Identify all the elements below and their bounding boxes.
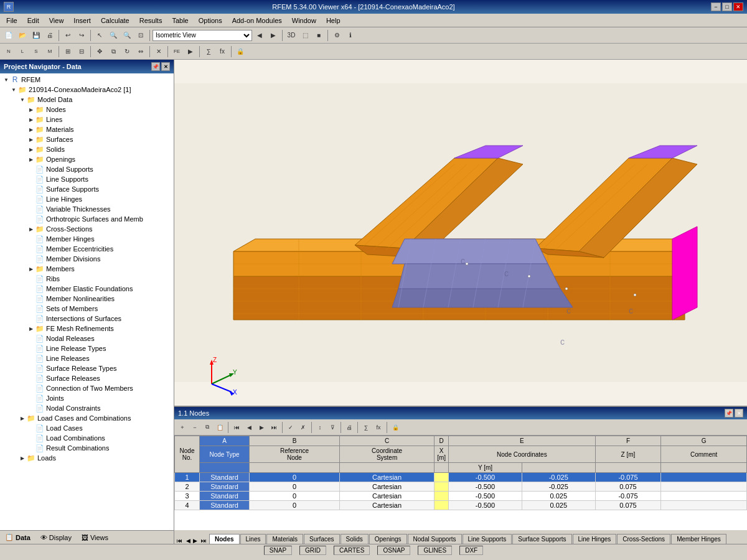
bp-tb-filter[interactable]: ⊽ [327, 422, 338, 433]
tb-wire[interactable]: ⬚ [299, 29, 311, 42]
tree-project[interactable]: ▼ 📁 210914-ConexaoMadeiraAco2 [1] [1, 85, 172, 95]
tree-materials[interactable]: ▶ 📁 Materials [1, 124, 172, 134]
tb2-rotate[interactable]: ↻ [121, 45, 133, 58]
tree-member-eccentricities[interactable]: ▶ 📄 Member Eccentricities [1, 244, 172, 254]
table-row[interactable]: 4 Standard 0 Cartesian -0.500 0.025 0.07… [175, 501, 747, 510]
btab-member-hinges[interactable]: Member Hinges [671, 534, 726, 544]
btab-cross-sections[interactable]: Cross-Sections [617, 534, 670, 544]
tree-ribs[interactable]: ▶ 📄 Ribs [1, 274, 172, 284]
tb2-calc[interactable]: ▶ [184, 45, 197, 58]
tree-member-nonlin[interactable]: ▶ 📄 Member Nonlinearities [1, 294, 172, 304]
menu-item-help[interactable]: Help [321, 16, 345, 26]
panel-close-btn[interactable]: ✕ [161, 62, 170, 71]
tb2-move[interactable]: ✥ [93, 45, 106, 58]
tree-load-cases-section[interactable]: ▶ 📁 Load Cases and Combinations [1, 413, 172, 423]
tree-orthotropic[interactable]: ▶ 📄 Orthotropic Surfaces and Memb [1, 214, 172, 224]
panel-pin-btn[interactable]: 📌 [151, 62, 160, 71]
menu-item-calculate[interactable]: Calculate [96, 16, 134, 26]
btab-materials[interactable]: Materials [266, 534, 303, 544]
menu-item-options[interactable]: Options [194, 16, 227, 26]
tree-line-hinges[interactable]: ▶ 📄 Line Hinges [1, 194, 172, 204]
tb-fit[interactable]: ⊡ [134, 29, 147, 42]
bp-tb-formula2[interactable]: ∑ [360, 422, 372, 433]
tb2-deselect[interactable]: ⊟ [75, 45, 88, 58]
tb-save[interactable]: 💾 [30, 29, 42, 42]
tb-new[interactable]: 📄 [2, 29, 15, 42]
menu-item-view[interactable]: View [44, 16, 69, 26]
bp-tb-cancel2[interactable]: ✗ [298, 422, 309, 433]
tb-render[interactable]: ■ [312, 29, 325, 42]
tree-surface-release-types[interactable]: ▶ 📄 Surface Release Types [1, 363, 172, 373]
tb2-copy[interactable]: ⧉ [107, 45, 120, 58]
tree-openings[interactable]: ▶ 📁 Openings [1, 154, 172, 164]
tb-nav-left[interactable]: ◀ [253, 29, 266, 42]
menu-item-window[interactable]: Window [287, 16, 321, 26]
bp-pin-btn[interactable]: 📌 [725, 409, 733, 418]
menu-item-insert[interactable]: Insert [68, 16, 96, 26]
btab-line-supports[interactable]: Line Supports [463, 534, 512, 544]
tb2-members[interactable]: M [44, 45, 56, 58]
tb-zoom-in[interactable]: 🔍 [107, 29, 120, 42]
bp-tb-print2[interactable]: 🖨 [344, 422, 355, 433]
viewport[interactable]: c c c c c Z [174, 60, 747, 407]
tree-variable-thicknesses[interactable]: ▶ 📄 Variable Thicknesses [1, 204, 172, 214]
bp-tb-new-row[interactable]: + [177, 422, 188, 433]
tree-members[interactable]: ▶ 📁 Members [1, 264, 172, 274]
tb2-mirror[interactable]: ⇔ [134, 45, 147, 58]
bp-nav-first[interactable]: ⏮ [174, 538, 185, 544]
table-row[interactable]: 3 Standard 0 Cartesian -0.500 0.025 -0.0… [175, 492, 747, 501]
tree-connection-two-members[interactable]: ▶ 📄 Connection of Two Members [1, 383, 172, 393]
tb-redo[interactable]: ↪ [75, 29, 88, 42]
bp-tb-check[interactable]: ✓ [285, 422, 296, 433]
btab-nodes[interactable]: Nodes [209, 534, 240, 544]
bp-tb-paste[interactable]: 📋 [214, 422, 225, 433]
tree-line-supports[interactable]: ▶ 📄 Line Supports [1, 174, 172, 184]
tb-nav-right[interactable]: ▶ [267, 29, 280, 42]
tree-joints[interactable]: ▶ 📄 Joints [1, 393, 172, 403]
menu-item-edit[interactable]: Edit [22, 16, 44, 26]
tb-info[interactable]: ℹ [344, 29, 357, 42]
tb-print[interactable]: 🖨 [44, 29, 56, 42]
close-btn[interactable]: ✕ [733, 2, 743, 11]
tb-settings[interactable]: ⚙ [331, 29, 343, 42]
tb-zoom-out[interactable]: 🔍 [121, 29, 133, 42]
table-row[interactable]: 1 Standard 0 Cartesian -0.500 -0.025 -0.… [175, 473, 747, 482]
tb2-lines[interactable]: L [16, 45, 29, 58]
tb2-formula[interactable]: ∑ [202, 45, 215, 58]
tree-loads[interactable]: ▶ 📁 Loads [1, 453, 172, 463]
tb-open[interactable]: 📂 [16, 29, 29, 42]
ptab-display[interactable]: 👁 Display [35, 533, 77, 543]
tree-sets-members[interactable]: ▶ 📄 Sets of Members [1, 304, 172, 314]
status-dxf[interactable]: DXF [459, 546, 483, 555]
btab-surfaces[interactable]: Surfaces [304, 534, 339, 544]
tree-fe-mesh[interactable]: ▶ 📁 FE Mesh Refinements [1, 324, 172, 334]
bp-nav-next[interactable]: ▶ [192, 538, 199, 544]
menu-item-file[interactable]: File [1, 16, 22, 26]
status-snap[interactable]: SNAP [264, 546, 292, 555]
bp-close-btn[interactable]: ✕ [735, 409, 743, 418]
tree-nodal-constraints[interactable]: ▶ 📄 Nodal Constraints [1, 403, 172, 413]
tb2-lock[interactable]: 🔒 [234, 45, 247, 58]
tb2-surfaces[interactable]: S [30, 45, 42, 58]
bp-nav-last[interactable]: ⏭ [199, 538, 209, 544]
tree-member-elastic[interactable]: ▶ 📄 Member Elastic Foundations [1, 284, 172, 294]
bp-tb-sort[interactable]: ↕ [314, 422, 326, 433]
tree-nodes[interactable]: ▶ 📁 Nodes [1, 105, 172, 114]
tree-container[interactable]: ▼ R RFEM ▼ 📁 210914-ConexaoMadeiraAco2 [… [0, 73, 174, 530]
tree-load-combos[interactable]: ▶ 📄 Load Combinations [1, 433, 172, 443]
tree-line-releases[interactable]: ▶ 📄 Line Releases [1, 353, 172, 363]
tree-member-divisions[interactable]: ▶ 📄 Member Divisions [1, 254, 172, 264]
tb-select[interactable]: ↖ [93, 29, 106, 42]
tb-undo[interactable]: ↩ [62, 29, 74, 42]
menu-item-results[interactable]: Results [134, 16, 167, 26]
bp-tb-prev[interactable]: ◀ [243, 422, 255, 433]
menu-item-table[interactable]: Table [167, 16, 193, 26]
tree-nodal-releases[interactable]: ▶ 📄 Nodal Releases [1, 334, 172, 343]
bp-tb-lock2[interactable]: 🔒 [390, 422, 401, 433]
tree-member-hinges[interactable]: ▶ 📄 Member Hinges [1, 234, 172, 244]
btab-line-hinges[interactable]: Line Hinges [573, 534, 617, 544]
status-glines[interactable]: GLINES [418, 546, 452, 555]
btab-openings[interactable]: Openings [369, 534, 407, 544]
status-cartes[interactable]: CARTES [334, 546, 370, 555]
bp-tb-last[interactable]: ⏭ [268, 422, 280, 433]
